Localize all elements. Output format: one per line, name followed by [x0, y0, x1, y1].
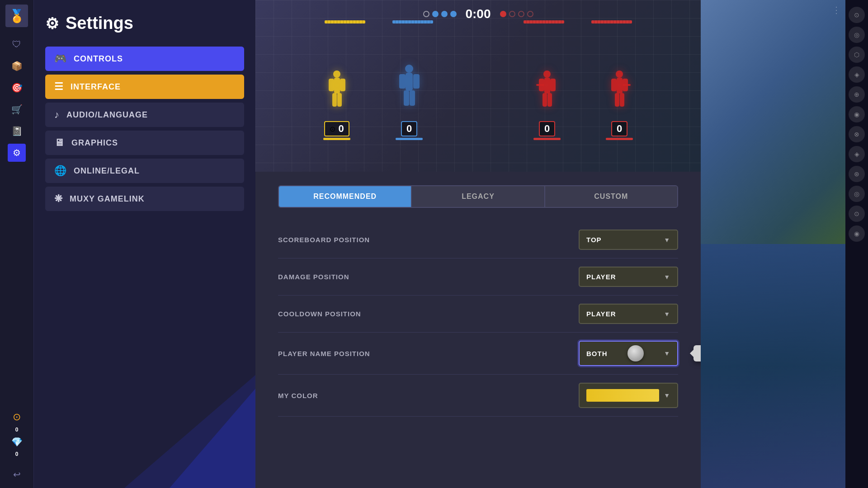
menu-item-interface[interactable]: ☰ INTERFACE: [45, 75, 244, 99]
char-info-red2: 0: [606, 121, 633, 140]
far-right-icon-3[interactable]: ⬡: [849, 47, 865, 63]
svg-rect-27: [620, 93, 624, 107]
dropdown-scoreboard-position[interactable]: TOP ▼: [579, 230, 678, 250]
content-area: 0:00: [255, 0, 701, 488]
menu-item-audio[interactable]: ♪ AUDIO/LANGUAGE: [45, 103, 244, 127]
sidebar-item-shield[interactable]: 🛡: [8, 35, 26, 53]
sidebar-item-book[interactable]: 📓: [8, 122, 26, 140]
svg-rect-4: [329, 79, 334, 91]
char-info-yellow: ⊙ 0: [323, 121, 350, 140]
banner-bar-yellow: [325, 20, 365, 23]
menu-item-graphics[interactable]: 🖥 GRAPHICS: [45, 131, 244, 155]
muxy-icon: ❋: [54, 193, 63, 205]
coin-count: 0: [15, 427, 19, 433]
far-right-icon-7[interactable]: ⊗: [849, 126, 865, 142]
coin-icon: ⊙: [13, 411, 21, 423]
figure-red1: [533, 69, 562, 119]
back-button[interactable]: ↩: [8, 465, 26, 483]
label-cooldown-position: COOLDOWN POSITION: [278, 310, 579, 318]
control-damage-position: PLAYER ▼: [579, 267, 678, 287]
menu-item-controls[interactable]: 🎮 CONTROLS: [45, 47, 244, 71]
dot-3: [441, 11, 447, 17]
video-preview-bottom: [701, 244, 845, 488]
tab-recommended[interactable]: RECOMMENDED: [279, 186, 412, 207]
svg-rect-19: [542, 93, 547, 107]
sidebar-item-box[interactable]: 📦: [8, 57, 26, 75]
svg-point-2: [333, 70, 340, 78]
svg-point-21: [616, 70, 623, 78]
svg-rect-12: [404, 90, 409, 106]
tooltip-player-name: Where to show the player name.: [693, 345, 701, 361]
far-right-icon-5[interactable]: ⊕: [849, 86, 865, 103]
svg-point-8: [405, 65, 413, 73]
char-info-blue: 0: [396, 121, 423, 140]
far-right-icon-4[interactable]: ◈: [849, 66, 865, 83]
dot-7: [518, 11, 524, 17]
sidebar-item-cart[interactable]: 🛒: [8, 100, 26, 118]
banner-bar-red2: [591, 20, 632, 23]
sidebar: 🏅 🛡 📦 🎯 🛒 📓 ⚙ ⊙ 0 💎 0 ↩: [0, 0, 34, 488]
chevron-down-icon: ▼: [664, 350, 670, 357]
control-my-color: ▼: [579, 383, 678, 408]
label-scoreboard-position: SCOREBOARD POSITION: [278, 236, 579, 244]
figure-red2: [605, 69, 634, 119]
tab-custom[interactable]: CUSTOM: [545, 186, 677, 207]
dropdown-damage-position[interactable]: PLAYER ▼: [579, 267, 678, 287]
sidebar-item-settings[interactable]: ⚙: [8, 144, 26, 162]
dropdown-cooldown-position[interactable]: PLAYER ▼: [579, 304, 678, 324]
far-right-icon-8[interactable]: ◈: [849, 146, 865, 162]
dropdown-knob: [627, 345, 644, 361]
health-bar-blue: [396, 138, 423, 140]
control-cooldown-position: PLAYER ▼: [579, 304, 678, 324]
far-right-icon-1[interactable]: ⊙: [849, 7, 865, 23]
svg-rect-26: [615, 93, 619, 107]
health-bar-red2: [606, 138, 633, 140]
far-right-icon-6[interactable]: ◉: [849, 106, 865, 122]
dot-6: [509, 11, 515, 17]
dropdown-player-name-position[interactable]: BOTH ▼: [579, 341, 678, 366]
chevron-down-icon: ▼: [664, 236, 670, 244]
svg-rect-6: [332, 93, 337, 107]
score-box-red1: 0: [539, 121, 555, 136]
gem-icon: 💎: [11, 436, 23, 447]
svg-rect-17: [550, 79, 556, 91]
avatar[interactable]: 🏅: [5, 5, 28, 27]
gear-icon: ⚙: [45, 14, 59, 33]
svg-marker-1: [34, 375, 255, 488]
svg-rect-13: [410, 90, 415, 106]
far-right-panel: ⊙ ◎ ⬡ ◈ ⊕ ◉ ⊗ ◈ ⊛ ◎ ⊙ ◉: [845, 0, 868, 488]
far-right-icon-2[interactable]: ◎: [849, 27, 865, 43]
chevron-down-icon: ▼: [664, 392, 670, 399]
label-damage-position: DAMAGE POSITION: [278, 273, 579, 281]
svg-rect-25: [623, 84, 631, 86]
dropdown-my-color[interactable]: ▼: [579, 383, 678, 408]
game-timer: 0:00: [465, 7, 491, 21]
audio-icon: ♪: [54, 109, 60, 121]
menu-item-muxy[interactable]: ❋ MUXY GAMELINK: [45, 187, 244, 211]
settings-panel: ⚙ Settings 🎮 CONTROLS ☰ INTERFACE ♪ AUDI…: [34, 0, 255, 488]
dot-5: [500, 11, 506, 17]
tabs: RECOMMENDED LEGACY CUSTOM: [278, 185, 678, 208]
character-yellow: ⊙ 0: [322, 69, 352, 140]
figure-yellow: [322, 69, 352, 119]
far-right-icon-11[interactable]: ⊙: [849, 206, 865, 222]
far-right-icon-9[interactable]: ⊛: [849, 166, 865, 182]
far-right-icon-10[interactable]: ◎: [849, 186, 865, 202]
svg-rect-7: [337, 93, 342, 107]
banner-red1: [524, 20, 564, 23]
banner-red2: [591, 20, 632, 23]
figure-blue: [395, 64, 424, 119]
menu-item-online[interactable]: 🌐 ONLINE/LEGAL: [45, 159, 244, 183]
dot-2: [432, 11, 438, 17]
character-red2: 0: [605, 69, 634, 140]
tab-legacy[interactable]: LEGACY: [412, 186, 545, 207]
controls-icon: 🎮: [54, 53, 67, 65]
interface-icon: ☰: [54, 81, 64, 93]
label-my-color: MY COLOR: [278, 392, 579, 399]
sidebar-item-target[interactable]: 🎯: [8, 79, 26, 97]
far-right-icon-12[interactable]: ◉: [849, 225, 865, 242]
svg-rect-3: [334, 78, 340, 94]
banner-blue: [392, 20, 433, 23]
svg-rect-5: [340, 79, 345, 91]
dot-8: [527, 11, 533, 17]
